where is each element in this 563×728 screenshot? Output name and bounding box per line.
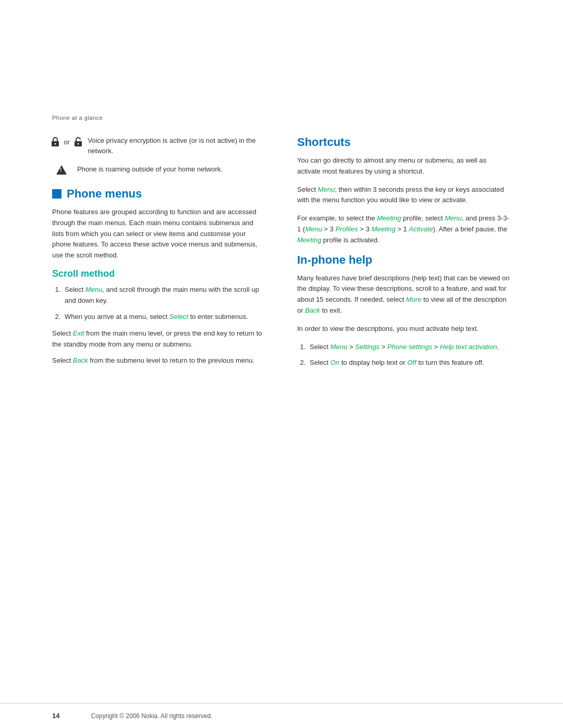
triangle-icon-row: Phone is roaming outside of your home ne… <box>52 164 266 175</box>
iph-step-1: Select Menu > Settings > Phone settings … <box>308 342 511 353</box>
page: Phone at a glance <box>0 0 563 728</box>
scroll-method-heading: Scroll method <box>52 268 266 279</box>
iph-para1-end: to exit. <box>320 306 342 314</box>
in-phone-help-list: Select Menu > Settings > Phone settings … <box>297 342 511 369</box>
lock-description: Voice privacy encryption is active (or i… <box>88 135 266 156</box>
iph-step1-gt2: > <box>380 343 387 351</box>
shortcuts-para3-pre: For example, to select the <box>297 214 377 222</box>
phone-menus-title: Phone menus <box>67 187 142 201</box>
shortcuts-path3: Meeting <box>371 225 395 233</box>
iph-step-2: Select On to display help text or Off to… <box>308 357 511 368</box>
in-phone-help-para1: Many features have brief descriptions (h… <box>297 273 511 316</box>
lock-open-icon <box>74 137 83 147</box>
content-area: Phone at a glance <box>0 0 563 703</box>
iph-para1-link2: Back <box>305 306 320 314</box>
scroll-sub2-pre: Select <box>52 356 73 364</box>
svg-point-1 <box>55 143 56 145</box>
two-col-layout: or Voice privacy encryption is active (o… <box>52 135 511 375</box>
shortcuts-heading: Shortcuts <box>297 135 511 149</box>
or-text: or <box>64 138 70 146</box>
scroll-sub2: Select Back from the submenu level to re… <box>52 355 266 366</box>
scroll-sub2-link: Back <box>73 356 88 364</box>
blue-square-icon <box>52 189 62 199</box>
iph-step1-pre: Select <box>310 343 331 351</box>
iph-step1-link3: Phone settings <box>387 343 432 351</box>
iph-step1-link1: Menu <box>331 343 348 351</box>
shortcuts-para2-link: Menu <box>318 186 335 193</box>
scroll-step-2: When you arrive at a menu, select Select… <box>63 312 266 323</box>
in-phone-help-para2: In order to view the descriptions, you m… <box>297 324 511 335</box>
left-column: or Voice privacy encryption is active (o… <box>52 135 266 375</box>
lock-icons-cell: or <box>52 135 81 147</box>
iph-step2-link2: Off <box>407 359 416 366</box>
footer: 14 Copyright © 2006 Nokia. All rights re… <box>0 703 563 728</box>
scroll-step1-link: Menu <box>85 286 103 293</box>
phone-menus-heading: Phone menus <box>52 187 266 201</box>
triangle-icon-cell <box>52 164 71 175</box>
scroll-method-list: Select Menu, and scroll through the main… <box>52 285 266 322</box>
lock-icons: or <box>51 137 83 147</box>
right-column: Shortcuts You can go directly to almost … <box>297 135 511 375</box>
scroll-step2-cont: to enter submenus. <box>188 313 248 320</box>
triangle-description: Phone is roaming outside of your home ne… <box>77 164 223 175</box>
footer-copyright: Copyright © 2006 Nokia. All rights reser… <box>91 712 212 720</box>
scroll-sub1-cont: from the main menu level, or press the e… <box>52 329 262 348</box>
shortcuts-para2: Select Menu; then within 3 seconds press… <box>297 184 511 206</box>
scroll-step1-pre: Select <box>65 286 85 293</box>
shortcuts-para3-link2: Menu <box>445 214 462 222</box>
scroll-sub1: Select Exit from the main menu level, or… <box>52 328 266 350</box>
scroll-sub2-cont: from the submenu level to return to the … <box>88 356 254 364</box>
shortcuts-link3: Meeting <box>297 236 321 244</box>
iph-step2-end: to turn this feature off. <box>417 359 484 366</box>
shortcuts-gt1: > 3 <box>322 225 336 233</box>
iph-para1-link1: More <box>406 295 422 303</box>
phone-menus-body: Phone features are grouped according to … <box>52 207 266 261</box>
iph-step1-gt3: > <box>432 343 440 351</box>
scroll-step-1: Select Menu, and scroll through the main… <box>63 285 266 306</box>
scroll-sub1-link: Exit <box>73 329 84 337</box>
lock-icon-row: or Voice privacy encryption is active (o… <box>52 135 266 156</box>
iph-step2-mid: to display help text or <box>339 359 407 366</box>
shortcuts-gt2: > 3 <box>358 225 372 233</box>
in-phone-help-heading: In-phone help <box>297 253 511 267</box>
iph-step1-end: . <box>497 343 499 351</box>
shortcuts-end: ). After a brief pause, the <box>433 225 507 233</box>
footer-page-number: 14 <box>52 712 59 720</box>
shortcuts-para2-pre: Select <box>297 186 318 193</box>
iph-step1-gt1: > <box>347 343 355 351</box>
shortcuts-final: profile is activated. <box>321 236 379 244</box>
shortcuts-para1: You can go directly to almost any menu o… <box>297 155 511 177</box>
shortcuts-gt3: > 1 <box>396 225 409 233</box>
iph-step1-link4: Help text activation <box>440 343 497 351</box>
scroll-sub1-pre: Select <box>52 329 73 337</box>
iph-step1-link2: Settings <box>355 343 380 351</box>
header-label: Phone at a glance <box>52 115 511 121</box>
shortcuts-path1: Menu <box>305 225 322 233</box>
iph-step2-link1: On <box>331 359 339 366</box>
iph-step2-pre: Select <box>310 359 331 366</box>
icons-section: or Voice privacy encryption is active (o… <box>52 135 266 175</box>
shortcuts-para3-mid: profile, select <box>401 214 445 222</box>
shortcuts-path4: Activate <box>409 225 433 233</box>
scroll-step2-pre: When you arrive at a menu, select <box>65 313 169 320</box>
shortcuts-para3: For example, to select the Meeting profi… <box>297 213 511 245</box>
triangle-warning-icon <box>56 165 67 175</box>
lock-closed-icon <box>51 137 60 147</box>
shortcuts-para3-link1: Meeting <box>377 214 401 222</box>
scroll-step2-link: Select <box>169 313 188 320</box>
svg-point-3 <box>77 143 79 145</box>
shortcuts-path2: Profiles <box>335 225 358 233</box>
